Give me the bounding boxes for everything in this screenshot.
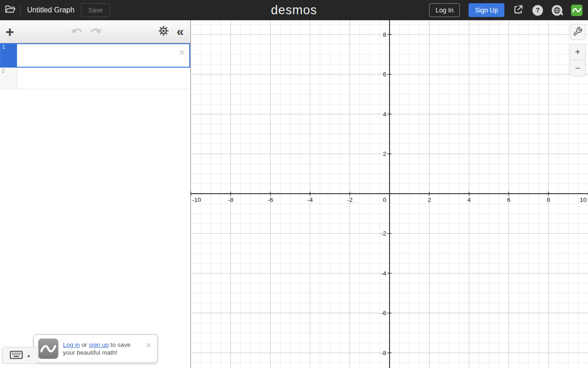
folder-open-icon: [5, 5, 16, 16]
svg-text:10: 10: [580, 196, 587, 203]
add-expression-button[interactable]: +: [6, 25, 14, 38]
svg-text:-8: -8: [228, 196, 233, 203]
svg-text:0: 0: [383, 196, 386, 203]
svg-text:-6: -6: [381, 310, 386, 316]
log-in-button[interactable]: Log In: [429, 3, 460, 17]
undo-redo-group: [70, 27, 102, 37]
expression-row-1[interactable]: 1 ×: [0, 43, 190, 68]
expression-toolbar: +: [0, 20, 190, 43]
plus-icon: +: [575, 47, 581, 58]
minus-icon: −: [575, 63, 581, 74]
svg-text:-2: -2: [381, 230, 386, 237]
svg-text:-4: -4: [307, 196, 313, 203]
zoom-out-button[interactable]: −: [570, 60, 585, 76]
svg-text:4: 4: [467, 196, 471, 203]
help-icon: ?: [532, 5, 543, 16]
expression-number-badge: 2: [0, 68, 17, 89]
undo-icon: [70, 27, 83, 37]
graph-canvas[interactable]: -10-8-6-4-20246810-8-6-4-22468 + −: [191, 20, 588, 368]
collapse-panel-button[interactable]: «: [176, 25, 184, 38]
header-right-group: Log In Sign Up ?: [429, 3, 588, 17]
svg-text:2: 2: [383, 150, 386, 157]
expression-row-2[interactable]: 2: [0, 68, 190, 89]
desmos-app: Untitled Graph Save desmos Log In Sign U…: [0, 0, 588, 368]
desmos-home-button[interactable]: [571, 5, 582, 16]
speech-bubble-tail: [560, 13, 563, 16]
expression-input[interactable]: ×: [17, 44, 189, 67]
zoom-in-button[interactable]: +: [570, 44, 585, 60]
caret-up-icon: ▲: [27, 353, 31, 358]
keyboard-toggle-button[interactable]: ▲: [2, 347, 39, 364]
svg-text:-2: -2: [347, 196, 352, 203]
sign-up-button[interactable]: Sign Up: [469, 3, 504, 17]
expression-input[interactable]: [17, 68, 190, 89]
chevron-double-left-icon: «: [176, 25, 184, 38]
svg-text:6: 6: [507, 196, 511, 203]
svg-text:8: 8: [383, 31, 386, 38]
svg-text:6: 6: [383, 71, 386, 78]
svg-text:-6: -6: [267, 196, 273, 203]
graph-settings-wrench-button[interactable]: [570, 24, 586, 40]
wrench-icon: [573, 27, 582, 38]
share-export-icon: [513, 4, 524, 16]
close-icon: ×: [146, 339, 151, 350]
svg-text:8: 8: [547, 196, 550, 203]
desmos-gray-logo-icon: [38, 339, 58, 359]
tooltip-sign-up-link[interactable]: sign up: [89, 341, 109, 348]
redo-icon: [90, 27, 102, 37]
undo-button[interactable]: [70, 27, 83, 37]
globe-language-icon: [552, 5, 562, 16]
close-icon: ×: [179, 46, 185, 58]
zoom-controls: + −: [570, 44, 586, 76]
tooltip-text: Log in or sign up to save your beautiful…: [63, 341, 141, 356]
header-separator: [20, 4, 21, 16]
help-glyph: ?: [536, 6, 540, 14]
graph-grid: -10-8-6-4-20246810-8-6-4-22468: [191, 20, 588, 368]
keyboard-icon: [10, 350, 23, 361]
plus-icon: +: [6, 25, 14, 38]
expression-number-badge: 1: [1, 44, 17, 67]
expression-panel: +: [0, 20, 191, 368]
svg-text:-4: -4: [381, 270, 386, 277]
graph-settings-button[interactable]: [158, 25, 169, 38]
graph-title[interactable]: Untitled Graph: [27, 6, 74, 14]
language-button[interactable]: [552, 5, 562, 16]
open-graph-folder-button[interactable]: [5, 5, 16, 16]
delete-expression-button[interactable]: ×: [179, 47, 185, 58]
tooltip-log-in-link[interactable]: Log in: [63, 341, 80, 348]
top-header: Untitled Graph Save desmos Log In Sign U…: [0, 0, 588, 20]
svg-text:4: 4: [383, 111, 386, 118]
svg-text:-8: -8: [381, 350, 386, 356]
tooltip-or-text: or: [80, 341, 89, 348]
help-button[interactable]: ?: [532, 5, 543, 16]
header-left-group: Untitled Graph Save: [0, 3, 110, 17]
toolbar-right-group: «: [158, 25, 184, 38]
save-login-tooltip: Log in or sign up to save your beautiful…: [34, 334, 158, 363]
desmos-green-logo-icon: [571, 5, 582, 16]
svg-text:-10: -10: [192, 196, 201, 203]
svg-text:2: 2: [428, 196, 431, 203]
save-button[interactable]: Save: [81, 3, 110, 17]
share-button[interactable]: [513, 4, 524, 16]
gear-icon: [158, 25, 169, 38]
redo-button[interactable]: [90, 27, 102, 37]
tooltip-close-button[interactable]: ×: [146, 341, 151, 349]
